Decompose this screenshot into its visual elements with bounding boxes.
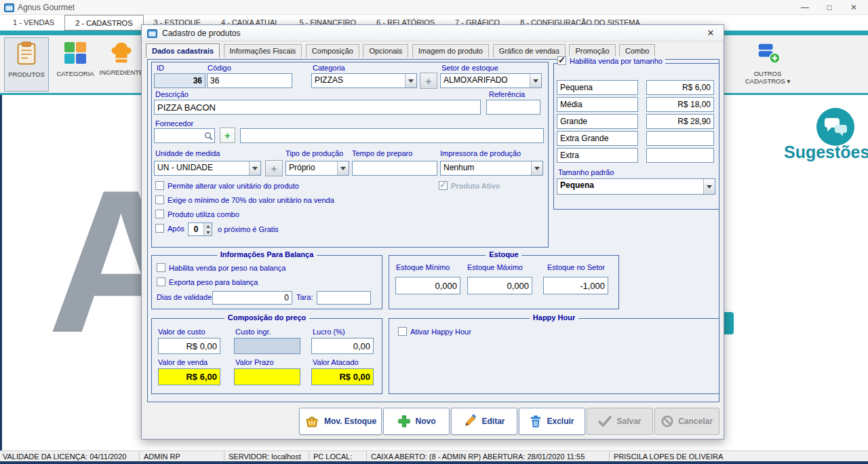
caixa-status: CAIXA ABERTO: (8 - ADMIN RP) ABERTURA: 2… bbox=[371, 452, 585, 461]
dtab-dados-cadastrais[interactable]: Dados cadastrais bbox=[146, 43, 220, 58]
valor-prazo-label: Valor Prazo bbox=[235, 358, 274, 366]
fornecedor-code-field[interactable] bbox=[154, 128, 215, 143]
size-price-field[interactable] bbox=[646, 148, 714, 163]
dtab-combo[interactable]: Combo bbox=[619, 44, 655, 58]
peso-balanca-checkbox[interactable]: Habilita venda por peso na balança bbox=[157, 263, 285, 272]
codigo-field[interactable] bbox=[207, 73, 292, 88]
chevron-down-icon bbox=[249, 161, 260, 175]
ingrediente-button[interactable]: INGREDIENTE bbox=[99, 37, 144, 92]
valor-custo-field[interactable] bbox=[158, 338, 220, 354]
plus-icon: + bbox=[426, 75, 432, 87]
window-titlebar: Agnus Gourmet — □ ✕ bbox=[0, 0, 868, 15]
add-fornecedor-button[interactable]: + bbox=[220, 128, 235, 143]
tamanho-padrao-select[interactable]: Pequena bbox=[557, 178, 715, 195]
tipo-producao-label: Tipo de produção bbox=[285, 149, 343, 157]
sugestoes-label[interactable]: Sugestões bbox=[784, 142, 868, 162]
outros-label-1: OUTROS bbox=[754, 70, 782, 77]
fornecedor-name-field[interactable] bbox=[240, 128, 544, 143]
excluir-button[interactable]: Excluir bbox=[519, 408, 585, 435]
size-name-field[interactable] bbox=[557, 114, 638, 129]
size-price-field[interactable] bbox=[646, 114, 714, 129]
dtab-grafico-vendas[interactable]: Gráfico de vendas bbox=[493, 44, 566, 58]
size-price-field[interactable] bbox=[646, 80, 714, 95]
categoria-label: CATEGORIA bbox=[53, 70, 98, 77]
exporta-peso-checkbox[interactable]: Exporta peso para balança bbox=[157, 277, 258, 286]
cancel-icon bbox=[661, 415, 673, 427]
valor-atacado-field[interactable] bbox=[311, 368, 374, 385]
ativar-happy-hour-checkbox[interactable]: Ativar Happy Hour bbox=[398, 327, 471, 336]
lucro-field[interactable] bbox=[311, 338, 374, 354]
tipo-producao-select[interactable]: Próprio bbox=[285, 161, 349, 176]
valor-venda-field[interactable] bbox=[158, 368, 220, 385]
size-price-field[interactable] bbox=[646, 97, 714, 112]
pc-status: PC LOCAL: bbox=[313, 452, 352, 461]
maximize-icon[interactable]: □ bbox=[818, 0, 841, 15]
produtos-label: PRODUTOS bbox=[5, 71, 48, 78]
impressora-select[interactable]: Nenhum bbox=[440, 161, 543, 176]
produtos-button[interactable]: PRODUTOS bbox=[4, 37, 49, 92]
outros-cadastros-button[interactable]: OUTROS CADASTROS ▾ bbox=[743, 37, 792, 92]
plus-icon: + bbox=[271, 163, 277, 174]
dtab-composicao[interactable]: Composição bbox=[306, 44, 359, 58]
permite-alterar-checkbox[interactable]: Permite alterar valor unitário do produt… bbox=[155, 181, 299, 190]
mov-estoque-button[interactable]: Mov. Estoque bbox=[299, 408, 382, 435]
setor-estoque-select[interactable]: ALMOXARIFADO bbox=[440, 73, 542, 88]
exige-minimo-checkbox[interactable]: Exige o mínimo de 70% do valor unitário … bbox=[155, 195, 334, 204]
id-field[interactable] bbox=[154, 73, 205, 88]
application-window: Agnus Gourmet — □ ✕ 1 - VENDAS 2 - CADAS… bbox=[0, 0, 868, 464]
custo-ingr-label: Custo ingr. bbox=[235, 328, 271, 336]
tab-cadastros[interactable]: 2 - CADASTROS bbox=[64, 15, 143, 31]
size-name-field[interactable] bbox=[557, 148, 638, 163]
novo-button[interactable]: Novo bbox=[383, 408, 450, 435]
unidade-value: UN - UNIDADE bbox=[155, 161, 249, 175]
balanca-group-title: Informações Para Balança bbox=[217, 250, 317, 258]
stepper-up-icon[interactable] bbox=[204, 223, 212, 229]
apos-quantity-value[interactable] bbox=[189, 223, 203, 235]
estoque-setor-field[interactable] bbox=[543, 277, 608, 294]
size-name-field[interactable] bbox=[557, 80, 638, 95]
size-name-field[interactable] bbox=[557, 97, 638, 112]
habilita-tamanho-checkbox[interactable]: Habillita venda por tamanho bbox=[557, 56, 665, 65]
referencia-field[interactable] bbox=[486, 100, 540, 115]
user-status: ADMIN RP bbox=[144, 452, 180, 461]
add-unidade-button[interactable]: + bbox=[265, 160, 283, 176]
stepper-down-icon[interactable] bbox=[204, 229, 212, 235]
codigo-label: Código bbox=[208, 64, 231, 72]
dialog-titlebar: Cadastro de produtos ✕ bbox=[142, 25, 724, 41]
chevron-down-icon bbox=[530, 74, 541, 88]
utiliza-combo-checkbox[interactable]: Produto utiliza combo bbox=[155, 210, 239, 218]
size-name-field[interactable] bbox=[557, 131, 638, 146]
tab-vendas[interactable]: 1 - VENDAS bbox=[3, 15, 64, 31]
statusbar-divider bbox=[139, 452, 140, 461]
apos-gratis-checkbox[interactable]: Após bbox=[155, 224, 184, 233]
dtab-informacoes-fiscais[interactable]: Informações Fiscais bbox=[224, 44, 302, 58]
minimize-icon[interactable]: — bbox=[793, 0, 816, 15]
happy-hour-group-title: Happy Hour bbox=[530, 313, 578, 322]
categoria-value: PIZZAS bbox=[312, 74, 405, 88]
valor-prazo-field[interactable] bbox=[234, 368, 300, 385]
add-categoria-button[interactable]: + bbox=[420, 73, 437, 89]
basket-icon bbox=[304, 414, 319, 428]
search-icon bbox=[204, 132, 213, 140]
chevron-down-icon: ▾ bbox=[787, 77, 790, 85]
bottom-edge-strip bbox=[0, 461, 868, 464]
estoque-minimo-field[interactable] bbox=[395, 277, 460, 294]
dtab-promocao[interactable]: Promoção bbox=[569, 44, 615, 58]
size-price-field[interactable] bbox=[646, 131, 714, 146]
categoria-button[interactable]: CATEGORIA bbox=[53, 37, 98, 92]
tara-field[interactable] bbox=[317, 291, 371, 305]
estoque-maximo-field[interactable] bbox=[467, 277, 532, 294]
dialog-icon bbox=[147, 28, 157, 41]
descricao-field[interactable] bbox=[154, 100, 481, 115]
tempo-preparo-field[interactable] bbox=[352, 161, 437, 176]
categoria-select[interactable]: PIZZAS bbox=[311, 73, 417, 88]
dtab-opcionais[interactable]: Opcionais bbox=[363, 44, 408, 58]
dias-validade-field[interactable] bbox=[212, 291, 292, 305]
unidade-select[interactable]: UN - UNIDADE bbox=[154, 161, 261, 176]
apos-quantity-stepper[interactable] bbox=[188, 223, 212, 236]
dialog-close-icon[interactable]: ✕ bbox=[703, 27, 718, 39]
close-icon[interactable]: ✕ bbox=[842, 0, 865, 15]
dtab-imagem[interactable]: Imagem do produto bbox=[412, 44, 489, 58]
status-bar: VALIDADE DA LICENÇA: 04/11/2020 ADMIN RP… bbox=[0, 450, 868, 461]
editar-button[interactable]: Editar bbox=[451, 408, 517, 435]
